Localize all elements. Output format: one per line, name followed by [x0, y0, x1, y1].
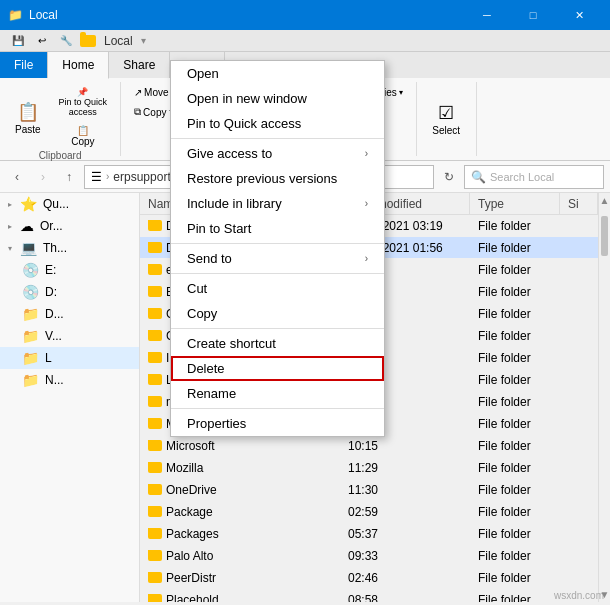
- submenu-arrow-icon: ›: [365, 148, 368, 159]
- up-button[interactable]: ↑: [58, 166, 80, 188]
- file-type-cell: File folder: [470, 593, 560, 603]
- sidebar-item-drive-d[interactable]: 💿 D:: [0, 281, 139, 303]
- copy-button[interactable]: 📋 Copy: [52, 122, 115, 150]
- folder3-icon: 📁: [22, 372, 39, 388]
- vertical-scrollbar[interactable]: ▲ ▼: [598, 193, 610, 602]
- sidebar-item-thispc[interactable]: ▾ 💻 Th...: [0, 237, 139, 259]
- qt-save-button[interactable]: 💾: [8, 32, 28, 50]
- context-menu-item-include-in-library[interactable]: Include in library›: [171, 191, 384, 216]
- title-controls: ─ □ ✕: [464, 0, 602, 30]
- file-type-cell: File folder: [470, 483, 560, 497]
- file-date-cell: 08:58: [340, 593, 470, 603]
- col-header-size[interactable]: Si: [560, 193, 598, 214]
- folder-icon: [148, 396, 162, 407]
- file-name-cell: Mozilla: [140, 461, 340, 475]
- context-menu-item-open-in-new-window[interactable]: Open in new window: [171, 86, 384, 111]
- context-menu-item-rename[interactable]: Rename: [171, 381, 384, 406]
- sidebar-label-folder2: V...: [45, 329, 62, 343]
- context-menu-separator: [171, 328, 384, 329]
- sidebar-item-folder3[interactable]: 📁 N...: [0, 369, 139, 391]
- pin-quick-access-button[interactable]: 📌 Pin to Quickaccess: [52, 84, 115, 120]
- ctx-item-label: Properties: [187, 416, 246, 431]
- folder-icon: [148, 264, 162, 275]
- context-menu-separator: [171, 243, 384, 244]
- file-date-cell: 09:33: [340, 549, 470, 563]
- sidebar-item-onedrive[interactable]: ▸ ☁ Or...: [0, 215, 139, 237]
- context-menu-item-restore-previous-versions[interactable]: Restore previous versions: [171, 166, 384, 191]
- file-type-cell: File folder: [470, 329, 560, 343]
- folder1-icon: 📁: [22, 306, 39, 322]
- file-type-cell: File folder: [470, 219, 560, 233]
- context-menu-separator: [171, 408, 384, 409]
- search-box[interactable]: 🔍 Search Local: [464, 165, 604, 189]
- sidebar: ▸ ⭐ Qu... ▸ ☁ Or... ▾ 💻 Th... 💿 E: 💿 D: …: [0, 193, 140, 602]
- context-menu-item-create-shortcut[interactable]: Create shortcut: [171, 331, 384, 356]
- sidebar-label-onedrive: Or...: [40, 219, 63, 233]
- scroll-up-btn[interactable]: ▲: [599, 193, 610, 206]
- table-row[interactable]: Packages 05:37 File folder: [140, 523, 598, 545]
- ctx-item-label: Delete: [187, 361, 225, 376]
- copy-label: Copy: [71, 136, 94, 147]
- clipboard-sub-buttons: 📌 Pin to Quickaccess 📋 Copy: [52, 84, 115, 150]
- folder-icon: [148, 506, 162, 517]
- select-buttons: ☑ Select: [423, 84, 469, 152]
- sidebar-item-quickaccess[interactable]: ▸ ⭐ Qu...: [0, 193, 139, 215]
- table-row[interactable]: Microsoft 10:15 File folder: [140, 435, 598, 457]
- ctx-item-label: Open: [187, 66, 219, 81]
- ctx-item-label: Rename: [187, 386, 236, 401]
- sidebar-item-drive-e[interactable]: 💿 E:: [0, 259, 139, 281]
- qt-properties-button[interactable]: 🔧: [56, 32, 76, 50]
- close-button[interactable]: ✕: [556, 0, 602, 30]
- file-type-cell: File folder: [470, 527, 560, 541]
- tab-file[interactable]: File: [0, 52, 48, 78]
- context-menu-item-pin-to-quick-access[interactable]: Pin to Quick access: [171, 111, 384, 136]
- col-header-type[interactable]: Type: [470, 193, 560, 214]
- folder-icon: [148, 550, 162, 561]
- context-menu-item-delete[interactable]: Delete: [171, 356, 384, 381]
- qt-undo-button[interactable]: ↩: [32, 32, 52, 50]
- context-menu-item-copy[interactable]: Copy: [171, 301, 384, 326]
- context-menu-item-open[interactable]: Open: [171, 61, 384, 86]
- thispc-icon: 💻: [20, 240, 37, 256]
- tab-share[interactable]: Share: [109, 52, 170, 78]
- folder-icon: [148, 308, 162, 319]
- minimize-button[interactable]: ─: [464, 0, 510, 30]
- context-menu-item-send-to[interactable]: Send to›: [171, 246, 384, 271]
- sidebar-item-folder1[interactable]: 📁 D...: [0, 303, 139, 325]
- select-button[interactable]: ☑ Select: [423, 98, 469, 139]
- file-type-cell: File folder: [470, 395, 560, 409]
- file-name-label: Microsoft: [166, 439, 215, 453]
- table-row[interactable]: Package 02:59 File folder: [140, 501, 598, 523]
- table-row[interactable]: Mozilla 11:29 File folder: [140, 457, 598, 479]
- table-row[interactable]: Palo Alto 09:33 File folder: [140, 545, 598, 567]
- tab-home[interactable]: Home: [48, 52, 109, 79]
- refresh-button[interactable]: ↻: [438, 166, 460, 188]
- forward-button[interactable]: ›: [32, 166, 54, 188]
- sidebar-item-local[interactable]: 📁 L: [0, 347, 139, 369]
- scroll-thumb[interactable]: [601, 216, 608, 256]
- context-menu-item-cut[interactable]: Cut: [171, 276, 384, 301]
- file-name-cell: Palo Alto: [140, 549, 340, 563]
- copy-icon: 📋: [77, 125, 89, 136]
- file-name-label: Package: [166, 505, 213, 519]
- sidebar-label-quickaccess: Qu...: [43, 197, 69, 211]
- ctx-item-label: Give access to: [187, 146, 272, 161]
- back-button[interactable]: ‹: [6, 166, 28, 188]
- table-row[interactable]: PeerDistr 02:46 File folder: [140, 567, 598, 589]
- maximize-button[interactable]: □: [510, 0, 556, 30]
- file-type-cell: File folder: [470, 461, 560, 475]
- file-type-cell: File folder: [470, 351, 560, 365]
- file-date-cell: 11:29: [340, 461, 470, 475]
- paste-button[interactable]: 📋 Paste: [6, 97, 50, 138]
- context-menu-item-pin-to-start[interactable]: Pin to Start: [171, 216, 384, 241]
- table-row[interactable]: OneDrive 11:30 File folder: [140, 479, 598, 501]
- ctx-item-label: Pin to Quick access: [187, 116, 301, 131]
- context-menu-item-give-access-to[interactable]: Give access to›: [171, 141, 384, 166]
- search-placeholder: Search Local: [490, 171, 554, 183]
- thispc-arrow-icon: ▾: [8, 244, 12, 253]
- qt-arrow[interactable]: ▾: [141, 35, 146, 46]
- context-menu-item-properties[interactable]: Properties: [171, 411, 384, 436]
- table-row[interactable]: Placehold 08:58 File folder: [140, 589, 598, 602]
- sidebar-item-folder2[interactable]: 📁 V...: [0, 325, 139, 347]
- clipboard-label: Clipboard: [39, 150, 82, 163]
